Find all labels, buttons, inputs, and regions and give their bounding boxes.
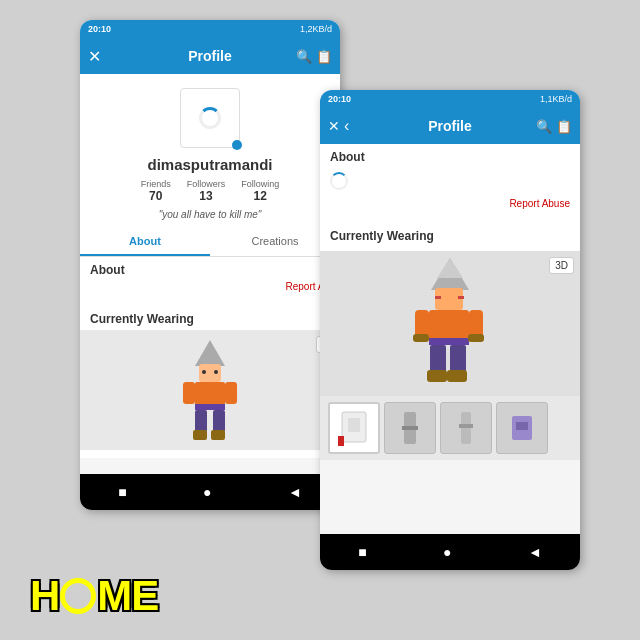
svg-rect-29 <box>338 436 344 446</box>
stop-btn-left[interactable]: ■ <box>118 484 126 500</box>
home-btn-left[interactable]: ● <box>203 484 211 500</box>
about-section-left: About Report Ab <box>80 257 340 300</box>
thumb-icon-2 <box>446 408 486 448</box>
status-bar-left: 20:10 1,2KB/d <box>80 20 340 38</box>
stat-friends: Friends 70 <box>141 179 171 203</box>
thumb-icon-0 <box>334 408 374 448</box>
about-title-left: About <box>90 263 330 277</box>
svg-point-11 <box>214 370 218 374</box>
currently-wearing-right: Currently Wearing <box>320 217 580 251</box>
report-abuse-left[interactable]: Report Ab <box>90 281 330 292</box>
thumb-item-0[interactable] <box>328 402 380 454</box>
home-o <box>60 578 96 614</box>
stat-value-friends: 70 <box>149 189 162 203</box>
background: 20:10 1,2KB/d ✕ Profile 🔍 📋 dimasputrama… <box>0 0 640 640</box>
close-button-left[interactable]: ✕ <box>88 47 101 66</box>
thumb-icon-3 <box>502 408 542 448</box>
home-label: HME <box>30 572 158 620</box>
thumb-item-2[interactable] <box>440 402 492 454</box>
character-preview-left: 3 <box>80 330 340 450</box>
home-btn-right[interactable]: ● <box>443 544 451 560</box>
status-icons-left: 1,2KB/d <box>300 24 332 34</box>
close-button-right[interactable]: ✕ <box>328 118 340 134</box>
svg-rect-22 <box>468 334 484 342</box>
svg-marker-0 <box>195 340 225 366</box>
stop-btn-right[interactable]: ■ <box>358 544 366 560</box>
svg-rect-19 <box>415 310 429 338</box>
loading-spinner-right <box>330 172 348 190</box>
home-me: ME <box>97 572 158 619</box>
phone-right: 20:10 1,1KB/d ✕ ‹ Profile 🔍 📋 About Repo… <box>320 90 580 570</box>
time-right: 20:10 <box>328 94 351 104</box>
header-icons-left: 🔍 📋 <box>296 49 332 64</box>
stat-value-followers: 13 <box>199 189 212 203</box>
header-icons-right: 🔍 📋 <box>536 119 572 134</box>
avatar-spinner <box>199 107 221 129</box>
svg-rect-16 <box>458 296 464 299</box>
svg-rect-26 <box>447 370 467 382</box>
svg-rect-6 <box>195 410 207 432</box>
svg-rect-21 <box>469 310 483 338</box>
svg-marker-13 <box>437 258 463 278</box>
header-left: ✕ Profile 🔍 📋 <box>80 38 340 74</box>
svg-rect-25 <box>427 370 447 382</box>
svg-rect-35 <box>516 422 528 430</box>
svg-rect-28 <box>348 418 360 432</box>
stat-label-following: Following <box>241 179 279 189</box>
thumb-item-3[interactable] <box>496 402 548 454</box>
cw-title-left: Currently Wearing <box>90 312 330 326</box>
svg-rect-33 <box>459 424 473 428</box>
character-figure-left <box>173 338 248 443</box>
status-bar-right: 20:10 1,1KB/d <box>320 90 580 108</box>
svg-rect-20 <box>413 334 429 342</box>
stat-following: Following 12 <box>241 179 279 203</box>
3d-badge-right: 3D <box>549 257 574 274</box>
profile-title-left: Profile <box>188 48 232 64</box>
stat-followers: Followers 13 <box>187 179 226 203</box>
home-h: H <box>30 572 59 619</box>
status-icons-right: 1,1KB/d <box>540 94 572 104</box>
stat-label-friends: Friends <box>141 179 171 189</box>
svg-rect-9 <box>211 430 225 440</box>
header-right: ✕ ‹ Profile 🔍 📋 <box>320 108 580 144</box>
thumb-strip-right <box>320 396 580 460</box>
profile-title-right: Profile <box>428 118 472 134</box>
stat-value-following: 12 <box>254 189 267 203</box>
currently-wearing-left: Currently Wearing 3 <box>80 300 340 458</box>
bottom-nav-right: ■ ● ◄ <box>320 534 580 570</box>
avatar-dot <box>232 140 242 150</box>
back-btn-left[interactable]: ◄ <box>288 484 302 500</box>
time-left: 20:10 <box>88 24 111 34</box>
back-button-right[interactable]: ‹ <box>344 117 349 135</box>
svg-rect-31 <box>402 426 418 430</box>
username: dimasputramandi <box>147 156 272 173</box>
svg-rect-18 <box>429 338 469 345</box>
thumb-icon-1 <box>390 408 430 448</box>
svg-point-10 <box>202 370 206 374</box>
svg-rect-4 <box>183 382 195 404</box>
svg-rect-7 <box>213 410 225 432</box>
about-title-right: About <box>330 150 570 164</box>
svg-rect-3 <box>195 404 225 410</box>
stats-row: Friends 70 Followers 13 Following 12 <box>141 179 280 203</box>
bio: "you all have to kill me" <box>159 209 262 220</box>
bottom-nav-left: ■ ● ◄ <box>80 474 340 510</box>
tab-about[interactable]: About <box>80 228 210 256</box>
svg-rect-8 <box>193 430 207 440</box>
avatar <box>180 88 240 148</box>
phone-left: 20:10 1,2KB/d ✕ Profile 🔍 📋 dimasputrama… <box>80 20 340 510</box>
svg-rect-5 <box>225 382 237 404</box>
about-section-right: About Report Abuse <box>320 144 580 217</box>
stat-label-followers: Followers <box>187 179 226 189</box>
report-abuse-right[interactable]: Report Abuse <box>330 198 570 209</box>
character-figure-right <box>403 256 498 391</box>
svg-rect-23 <box>430 345 446 373</box>
thumb-item-1[interactable] <box>384 402 436 454</box>
back-btn-right[interactable]: ◄ <box>528 544 542 560</box>
avatar-section: dimasputramandi Friends 70 Followers 13 … <box>80 74 340 228</box>
character-preview-right: 3D <box>320 251 580 396</box>
tabs: About Creations <box>80 228 340 257</box>
svg-rect-24 <box>450 345 466 373</box>
svg-rect-15 <box>435 296 441 299</box>
cw-title-right: Currently Wearing <box>330 229 570 243</box>
